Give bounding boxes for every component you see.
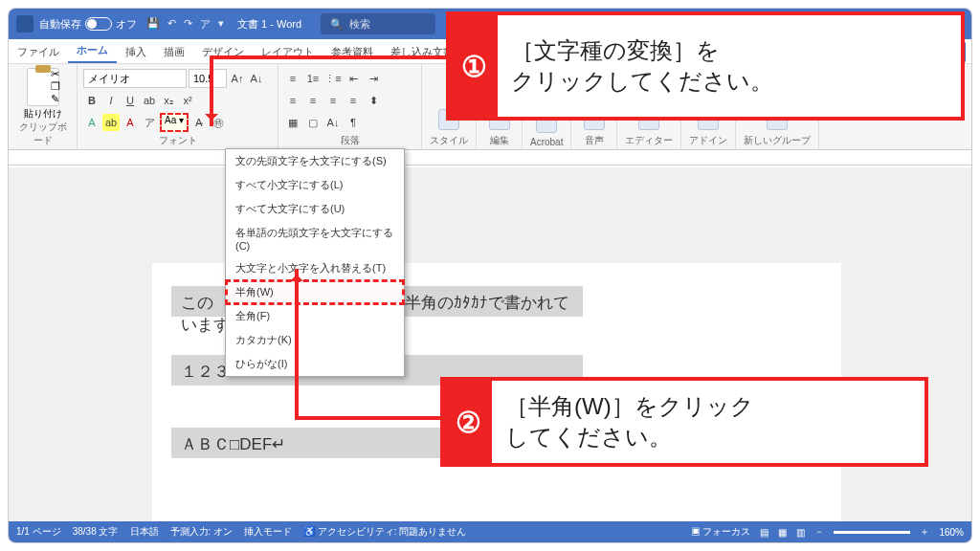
callout-1-text: ［文字種の変換］を クリックしてください。	[498, 30, 787, 103]
document-area	[9, 167, 971, 521]
distribute-icon[interactable]: ⬍	[365, 92, 382, 109]
save-icon[interactable]: 💾	[146, 17, 160, 32]
menu-half-width[interactable]: 半角(W)	[226, 280, 404, 304]
search-icon: 🔍	[330, 18, 344, 31]
menu-katakana[interactable]: カタカナ(K)	[226, 328, 404, 352]
callout-1-number: ①	[450, 15, 498, 117]
show-marks-icon[interactable]: ¶	[345, 114, 362, 131]
zoom-slider[interactable]	[834, 531, 910, 534]
align-center-icon[interactable]: ≡	[304, 92, 322, 109]
touch-icon[interactable]: ア	[200, 17, 211, 32]
change-case-button[interactable]: Aa ▾	[160, 113, 189, 132]
status-page[interactable]: 1/1 ページ	[16, 525, 61, 539]
grow-font-icon[interactable]: A↑	[229, 70, 246, 87]
sort-icon[interactable]: A↓	[324, 114, 342, 131]
menu-lowercase[interactable]: すべて小文字にする(L)	[226, 173, 404, 197]
align-left-icon[interactable]: ≡	[284, 92, 301, 109]
status-words[interactable]: 38/38 文字	[73, 525, 119, 539]
highlight-icon[interactable]: ab	[102, 114, 120, 131]
tab-references[interactable]: 参考資料	[323, 41, 382, 63]
tab-home[interactable]: ホーム	[68, 39, 117, 63]
document-title: 文書 1 - Word	[237, 17, 301, 32]
menu-toggle-case[interactable]: 大文字と小文字を入れ替える(T)	[226, 256, 404, 280]
bold-button[interactable]: B	[83, 92, 100, 109]
format-painter-icon[interactable]: ✎	[51, 93, 60, 105]
annotation-arrow-1v	[210, 55, 213, 126]
indent-dec-icon[interactable]: ⇤	[345, 70, 362, 87]
callout-2-number: ②	[444, 381, 492, 463]
tab-layout[interactable]: レイアウト	[253, 41, 323, 63]
font-size-input[interactable]	[189, 69, 227, 88]
justify-icon[interactable]: ≡	[345, 92, 362, 109]
status-bar: 1/1 ページ 38/38 文字 日本語 予測入力: オン 挿入モード ♿ アク…	[9, 521, 971, 542]
menu-full-width[interactable]: 全角(F)	[226, 304, 404, 328]
status-predict[interactable]: 予測入力: オン	[170, 525, 234, 539]
menu-capitalize-each[interactable]: 各単語の先頭文字を大文字にする(C)	[226, 221, 404, 256]
redo-icon[interactable]: ↷	[184, 17, 192, 32]
ruler	[9, 150, 971, 165]
font-color-icon[interactable]: A	[122, 114, 139, 131]
menu-hiragana[interactable]: ひらがな(I)	[226, 352, 404, 376]
undo-icon[interactable]: ↶	[167, 17, 176, 32]
group-paragraph: ≡ 1≡ ⋮≡ ⇤ ⇥ ≡ ≡ ≡ ≡ ⬍ ▦ ▢ A↓ ¶ 段落	[278, 64, 422, 149]
shading-icon[interactable]: ▦	[284, 114, 301, 131]
menu-uppercase[interactable]: すべて大文字にする(U)	[226, 197, 404, 221]
status-insert[interactable]: 挿入モード	[244, 525, 292, 539]
view-web-icon[interactable]: ▥	[796, 527, 805, 538]
shrink-font-icon[interactable]: A↓	[248, 70, 265, 87]
tab-draw[interactable]: 描画	[155, 41, 193, 63]
cut-icon[interactable]: ✂	[51, 68, 60, 80]
word-icon	[16, 15, 33, 33]
borders-icon[interactable]: ▢	[304, 114, 322, 131]
group-clipboard: 貼り付け ✂ ❐ ✎ クリップボード	[9, 64, 78, 149]
text-effects-icon[interactable]: A	[83, 114, 100, 131]
tab-file[interactable]: ファイル	[9, 41, 68, 63]
align-right-icon[interactable]: ≡	[324, 92, 342, 109]
sub-button[interactable]: x₂	[160, 92, 177, 109]
autosave-toggle[interactable]: 自動保存 オフ	[39, 17, 137, 32]
status-lang[interactable]: 日本語	[130, 525, 159, 539]
tab-insert[interactable]: 挿入	[117, 41, 155, 63]
focus-button[interactable]: ▣ フォーカス	[691, 525, 751, 539]
underline-button[interactable]: U	[122, 92, 139, 109]
zoom-in-button[interactable]: ＋	[920, 525, 929, 539]
search-box[interactable]: 🔍 検索	[321, 13, 435, 34]
ruby-icon[interactable]: ア	[141, 114, 158, 131]
indent-inc-icon[interactable]: ⇥	[365, 70, 382, 87]
strike-button[interactable]: ab	[141, 92, 158, 109]
font-name-input[interactable]	[83, 69, 187, 88]
callout-2-text: ［半角(W)］をクリック してください。	[492, 386, 768, 459]
bullets-icon[interactable]: ≡	[284, 70, 301, 87]
multilevel-icon[interactable]: ⋮≡	[324, 70, 342, 87]
group-font: A↑ A↓ B I U ab x₂ x² A ab A ア Aa ▾ A̶ ㊕ …	[78, 64, 278, 149]
change-case-menu: 文の先頭文字を大文字にする(S) すべて小文字にする(L) すべて大文字にする(…	[225, 148, 405, 377]
sup-button[interactable]: x²	[179, 92, 196, 109]
callout-1: ① ［文字種の変換］を クリックしてください。	[446, 11, 965, 121]
italic-button[interactable]: I	[102, 92, 120, 109]
zoom-level[interactable]: 160%	[939, 527, 964, 538]
zoom-out-button[interactable]: －	[814, 525, 824, 539]
view-read-icon[interactable]: ▦	[778, 527, 787, 538]
menu-sentence-case[interactable]: 文の先頭文字を大文字にする(S)	[226, 149, 404, 173]
copy-icon[interactable]: ❐	[51, 80, 60, 93]
numbering-icon[interactable]: 1≡	[304, 70, 322, 87]
view-print-icon[interactable]: ▤	[760, 527, 768, 538]
annotation-arrow-1	[210, 55, 449, 59]
annotation-arrow-2v	[295, 269, 299, 418]
status-accessibility[interactable]: ♿ アクセシビリティ: 問題ありません	[303, 525, 466, 539]
tab-design[interactable]: デザイン	[193, 41, 253, 63]
annotation-arrow-2	[295, 416, 444, 420]
callout-2: ② ［半角(W)］をクリック してください。	[440, 377, 928, 467]
